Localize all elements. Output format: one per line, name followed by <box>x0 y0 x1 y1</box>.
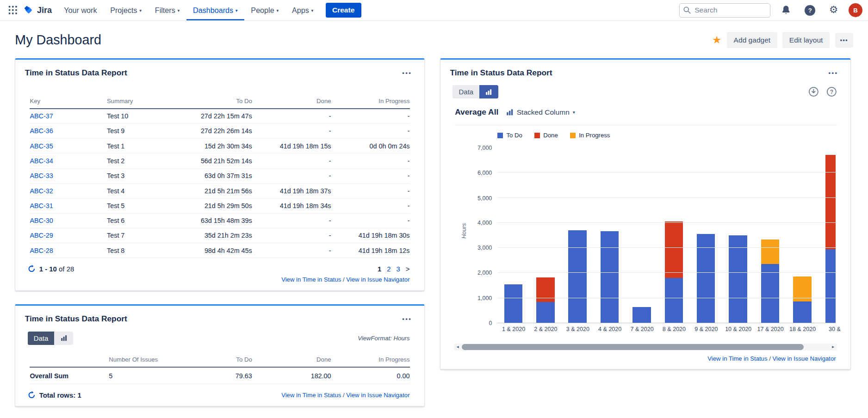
col-number-of-issues: Number Of Issues <box>109 353 185 368</box>
issue-key-link[interactable]: ABC-31 <box>30 202 53 209</box>
issue-key-link[interactable]: ABC-28 <box>30 247 53 254</box>
favorite-star-icon[interactable]: ★ <box>712 35 721 45</box>
issue-key-link[interactable]: ABC-37 <box>30 112 53 120</box>
x-tick-label: 18 & 2020 <box>787 326 818 332</box>
cell-to-do: 63d 15h 48m 39s <box>179 213 252 228</box>
issue-row: ABC-36Test 927d 22h 26m 14s-- <box>30 123 409 138</box>
col-summary: Summary <box>107 94 179 109</box>
cell-in-progress: - <box>331 183 410 198</box>
gadget-sum-report: Time in Status Data Report ••• Data View… <box>15 304 424 406</box>
stacked-column-icon <box>506 109 514 116</box>
bar-17-2020 <box>761 240 779 323</box>
next-page-button[interactable]: > <box>406 265 410 273</box>
bar-slot <box>658 148 690 323</box>
dashboard-more-button[interactable]: ••• <box>835 33 853 48</box>
sum-row: Overall Sum 5 79.63 182.00 0.00 <box>30 367 409 384</box>
bar-chart-icon <box>485 89 492 95</box>
gadget-more-button[interactable]: ••• <box>400 68 415 77</box>
search-icon <box>683 6 691 17</box>
notifications-icon[interactable] <box>778 5 794 15</box>
pagination-range: 1 - 10 of 28 <box>39 265 74 273</box>
dashboard-body: Time in Status Data Report ••• Key Summa… <box>0 50 868 406</box>
cell-to-do: 63d 0h 37m 31s <box>179 168 252 183</box>
nav-item-label: Dashboards <box>193 6 233 15</box>
nav-item-dashboards[interactable]: Dashboards▾ <box>186 0 244 20</box>
issue-key-link[interactable]: ABC-32 <box>30 187 53 195</box>
bar-segment-to-do <box>536 302 554 323</box>
view-link-view-in-time-in-status[interactable]: View in Time in Status <box>281 276 341 283</box>
bar-slot <box>497 148 529 323</box>
view-link-view-in-time-in-status[interactable]: View in Time in Status <box>707 355 767 362</box>
cell-in-progress: - <box>331 123 410 138</box>
gadget-more-button[interactable]: ••• <box>400 314 415 324</box>
bar-slot <box>594 148 626 323</box>
scrollbar-thumb[interactable] <box>462 344 804 350</box>
col-to-do: To Do <box>185 353 252 368</box>
gadget-footer-links: View in Time in Status / View in Issue N… <box>281 392 409 399</box>
bar-segment-in-progress <box>761 240 779 264</box>
col-key: Key <box>30 94 107 109</box>
scrollbar-track[interactable] <box>462 344 830 351</box>
issue-summary: Test 9 <box>107 123 179 138</box>
chart-type-dropdown[interactable]: Stacked Column ▾ <box>506 108 575 117</box>
issue-key-link[interactable]: ABC-33 <box>30 172 53 179</box>
view-link-view-in-issue-navigator[interactable]: View in Issue Navigator <box>346 392 409 399</box>
issue-key-cell: ABC-36 <box>30 123 107 138</box>
cell-to-do: 35d 21h 2m 23s <box>179 228 252 243</box>
view-link-view-in-issue-navigator[interactable]: View in Issue Navigator <box>346 276 409 283</box>
refresh-icon[interactable] <box>28 265 36 273</box>
data-view-button[interactable]: Data <box>453 85 479 98</box>
page-link-1[interactable]: 1 <box>378 265 381 273</box>
cell-done: - <box>252 213 331 228</box>
help-glyph: ? <box>805 5 815 16</box>
settings-gear-icon[interactable]: ⚙ <box>826 5 842 15</box>
gadget-more-button[interactable]: ••• <box>826 68 841 77</box>
bar-segment-to-do <box>568 230 586 323</box>
view-link-view-in-time-in-status[interactable]: View in Time in Status <box>281 392 341 399</box>
data-view-button[interactable]: Data <box>28 332 55 345</box>
chart-view-button[interactable] <box>54 332 73 345</box>
page-link-3[interactable]: 3 <box>397 265 400 273</box>
nav-item-filters[interactable]: Filters▾ <box>148 0 186 20</box>
nav-item-your-work[interactable]: Your work <box>57 0 104 20</box>
add-gadget-button[interactable]: Add gadget <box>727 32 777 48</box>
issue-key-link[interactable]: ABC-29 <box>30 232 53 239</box>
chart-view-button[interactable] <box>479 85 498 98</box>
bar-slot <box>722 148 754 323</box>
gridline <box>497 298 836 298</box>
issue-key-link[interactable]: ABC-35 <box>30 142 53 150</box>
edit-layout-button[interactable]: Edit layout <box>782 32 829 48</box>
col-done: Done <box>252 94 331 109</box>
chevron-down-icon: ▾ <box>236 8 238 13</box>
issue-key-link[interactable]: ABC-36 <box>30 127 53 135</box>
chevron-down-icon: ▾ <box>311 8 313 13</box>
view-toggle: Data <box>453 85 498 98</box>
page-link-2[interactable]: 2 <box>387 265 391 273</box>
cell-done: - <box>252 154 331 168</box>
issue-key-link[interactable]: ABC-34 <box>30 157 53 165</box>
nav-item-apps[interactable]: Apps▾ <box>285 0 320 20</box>
bar-segment-to-do <box>504 284 522 323</box>
nav-item-label: Your work <box>64 6 97 15</box>
chart-help-icon[interactable]: ? <box>826 86 837 97</box>
app-switcher-icon[interactable] <box>5 0 21 20</box>
chart-horizontal-scrollbar: ◄ ► <box>454 344 837 351</box>
col-to-do: To Do <box>179 94 252 109</box>
issue-summary: Test 1 <box>107 139 179 154</box>
download-icon[interactable] <box>808 86 819 97</box>
user-avatar[interactable]: B <box>849 3 862 17</box>
average-all-label: Average All <box>455 107 498 117</box>
create-button[interactable]: Create <box>326 3 361 18</box>
scroll-left-arrow[interactable]: ◄ <box>454 344 462 351</box>
view-link-view-in-issue-navigator[interactable]: View in Issue Navigator <box>772 355 836 362</box>
search-input[interactable] <box>679 3 770 18</box>
nav-item-projects[interactable]: Projects▾ <box>104 0 149 20</box>
scroll-right-arrow[interactable]: ► <box>829 344 837 351</box>
issue-key-link[interactable]: ABC-30 <box>30 217 53 224</box>
jira-logo[interactable]: Jira <box>21 0 57 20</box>
legend-swatch <box>534 133 540 138</box>
help-icon[interactable]: ? <box>801 5 818 16</box>
refresh-icon[interactable] <box>28 391 36 399</box>
nav-item-people[interactable]: People▾ <box>244 0 285 20</box>
sum-done: 182.00 <box>252 367 331 384</box>
